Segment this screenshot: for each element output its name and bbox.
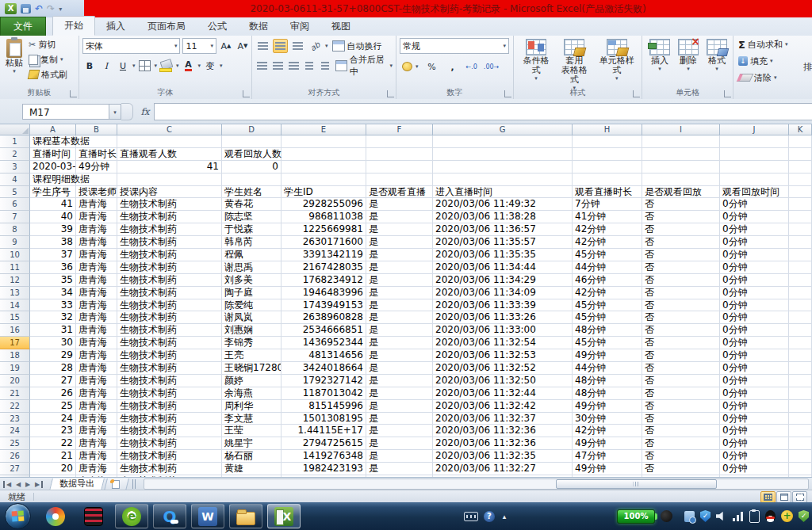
show-hidden-icon[interactable] [500, 513, 508, 520]
cell-F17[interactable]: 是 [366, 337, 433, 349]
ribbon-tab-page-layout[interactable]: 页面布局 [136, 17, 197, 36]
cell-A8[interactable]: 39 [30, 223, 76, 236]
name-box[interactable]: M17 [22, 104, 109, 120]
cell-K12[interactable] [789, 274, 812, 287]
cell-A22[interactable]: 25 [30, 400, 76, 413]
cell-K26[interactable] [789, 450, 812, 463]
qat-dropdown-icon[interactable]: ▾ [59, 6, 62, 13]
align-middle-button[interactable] [273, 39, 288, 53]
cell-J12[interactable]: 0分钟 [720, 274, 789, 287]
cell-J19[interactable]: 0分钟 [720, 362, 789, 375]
row-header-27[interactable]: 27 [0, 463, 30, 475]
row-header-26[interactable]: 26 [0, 450, 30, 463]
horizontal-scrollbar-thumb[interactable] [556, 479, 717, 489]
fill-color-button[interactable] [159, 59, 174, 72]
cell-B23[interactable]: 唐青海 [76, 413, 117, 425]
cell-E22[interactable]: 815145996 [282, 400, 366, 413]
cell-E2[interactable] [282, 148, 366, 161]
cell-K2[interactable] [789, 148, 812, 161]
insert-worksheet-tab[interactable] [104, 479, 129, 490]
cell-A17[interactable]: 30 [30, 337, 76, 349]
ribbon-tab-insert[interactable]: 插入 [95, 17, 136, 36]
cell-C8[interactable]: 生物技术制药 [117, 223, 222, 236]
cell-H4[interactable] [573, 173, 642, 186]
cell-D13[interactable]: 陶子庭 [222, 287, 282, 299]
cell-H8[interactable]: 42分钟 [573, 223, 642, 236]
cell-D9[interactable]: 韩帛芮 [222, 236, 282, 249]
network-signal-icon[interactable] [733, 512, 744, 521]
cell-K4[interactable] [789, 173, 812, 186]
cell-A7[interactable]: 40 [30, 211, 76, 223]
column-header-F[interactable]: F [366, 124, 433, 135]
cell-I12[interactable]: 否 [642, 274, 720, 287]
cell-G27[interactable]: 2020/03/06 11:32:27 [433, 463, 573, 475]
row-header-9[interactable]: 9 [0, 236, 30, 249]
wrap-text-button[interactable]: 自动换行 [331, 39, 384, 53]
cell-C2[interactable]: 直播观看人数 [117, 148, 222, 161]
clipboard-icon[interactable] [749, 510, 760, 523]
cell-B19[interactable]: 唐青海 [76, 362, 117, 375]
row-header-7[interactable]: 7 [0, 211, 30, 223]
cell-K15[interactable] [789, 311, 812, 324]
cell-I6[interactable]: 否 [642, 198, 720, 211]
cell-K1[interactable] [789, 135, 812, 148]
cell-J11[interactable]: 0分钟 [720, 261, 789, 274]
increase-decimal-button[interactable]: ←.0 [466, 63, 477, 71]
cell-I8[interactable]: 否 [642, 223, 720, 236]
column-header-G[interactable]: G [433, 124, 573, 135]
cell-G25[interactable]: 2020/03/06 11:32:36 [433, 437, 573, 450]
column-header-I[interactable]: I [642, 124, 720, 135]
delete-cells-button[interactable]: 删除 ▾ [676, 37, 701, 73]
cell-G19[interactable]: 2020/03/06 11:32:52 [433, 362, 573, 375]
cell-F22[interactable]: 是 [366, 400, 433, 413]
cell-B17[interactable]: 唐青海 [76, 337, 117, 349]
cell-F18[interactable]: 是 [366, 349, 433, 362]
cell-J9[interactable]: 0分钟 [720, 236, 789, 249]
cell-B13[interactable]: 唐青海 [76, 287, 117, 299]
grow-font-button[interactable]: A▲ [219, 40, 233, 52]
shrink-font-button[interactable]: A▼ [236, 40, 250, 52]
cell-A15[interactable]: 32 [30, 311, 76, 324]
cell-F1[interactable] [366, 135, 433, 148]
cell-J15[interactable]: 0分钟 [720, 311, 789, 324]
cell-B12[interactable]: 唐青海 [76, 274, 117, 287]
cell-F24[interactable]: 是 [366, 425, 433, 437]
cell-D24[interactable]: 王莹 [222, 425, 282, 437]
cell-J28[interactable] [720, 475, 789, 477]
cell-A2[interactable]: 直播时间 [30, 148, 76, 161]
cell-F19[interactable]: 是 [366, 362, 433, 375]
cell-I5[interactable]: 是否观看回放 [642, 186, 720, 199]
cell-K24[interactable] [789, 425, 812, 437]
cell-D23[interactable]: 李文慧 [222, 413, 282, 425]
cell-E16[interactable]: 2534666851 [282, 324, 366, 337]
cell-C15[interactable]: 生物技术制药 [117, 311, 222, 324]
cell-D18[interactable]: 王亮 [222, 349, 282, 362]
row-header-14[interactable]: 14 [0, 299, 30, 312]
app-word[interactable] [191, 504, 224, 528]
file-transfer-icon[interactable] [684, 511, 695, 522]
cell-A6[interactable]: 41 [30, 198, 76, 211]
font-size-select[interactable]: 11▾ [182, 38, 216, 54]
cell-A24[interactable]: 23 [30, 425, 76, 437]
cell-I7[interactable]: 否 [642, 211, 720, 223]
antivirus-shield-icon[interactable] [799, 510, 809, 522]
cell-F16[interactable]: 是 [366, 324, 433, 337]
cell-J10[interactable]: 0分钟 [720, 249, 789, 261]
cell-H17[interactable]: 45分钟 [573, 337, 642, 349]
cell-styles-button[interactable]: 单元格样式 ▾ [593, 37, 640, 92]
cell-H25[interactable]: 49分钟 [573, 437, 642, 450]
cell-H22[interactable]: 49分钟 [573, 400, 642, 413]
cell-F20[interactable]: 是 [366, 375, 433, 387]
cell-B9[interactable]: 唐青海 [76, 236, 117, 249]
cell-J20[interactable]: 0分钟 [720, 375, 789, 387]
cell-C21[interactable]: 生物技术制药 [117, 387, 222, 400]
row-header-3[interactable]: 3 [0, 161, 30, 173]
cell-G12[interactable]: 2020/03/06 11:34:29 [433, 274, 573, 287]
ribbon-tab-review[interactable]: 审阅 [279, 17, 320, 36]
cell-J18[interactable]: 0分钟 [720, 349, 789, 362]
formula-input[interactable] [154, 103, 812, 120]
cell-B18[interactable]: 唐青海 [76, 349, 117, 362]
format-painter-button[interactable]: 格式刷 [27, 67, 69, 82]
borders-button[interactable] [138, 59, 152, 72]
row-header-25[interactable]: 25 [0, 437, 30, 450]
